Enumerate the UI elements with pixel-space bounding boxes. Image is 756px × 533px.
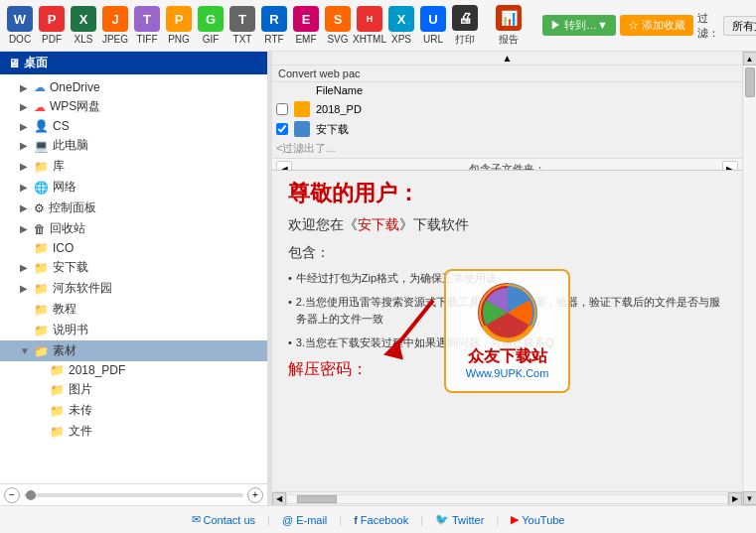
computer-icon: 💻 (34, 139, 49, 153)
sidebar-item-wps[interactable]: ▶ ☁ WPS网盘 (0, 96, 267, 117)
toolbar-icon-doc[interactable]: W DOC (6, 6, 34, 45)
zoom-out-button[interactable]: − (4, 487, 20, 503)
sidebar-header-label: 桌面 (24, 55, 48, 71)
subtitle-link[interactable]: 安下载 (358, 216, 399, 232)
doc-icon-img: W (7, 6, 33, 32)
zoom-in-button[interactable]: + (247, 487, 263, 503)
sidebar-item-label: ICO (53, 241, 74, 255)
scroll-up-button[interactable]: ▲ (503, 52, 513, 65)
zhuandao-button[interactable]: ▶ 转到…▼ (542, 15, 616, 36)
expand-icon: ▶ (20, 82, 30, 93)
filter-tag: <过滤出了... (272, 139, 742, 158)
svg-icon-img: S (325, 6, 351, 32)
sidebar-item-images[interactable]: 📁 图片 (0, 379, 267, 400)
status-sep4: | (496, 514, 499, 526)
subtitle-suffix: 》下载软件 (399, 216, 469, 232)
file-row-0[interactable]: 2018_PD (272, 99, 742, 119)
preview-inner: 尊敬的用户： 欢迎您在《安下载》下载软件 包含： 牛经过打包为Zip格式，为确保… (272, 171, 742, 491)
xhtml-icon-img: H (357, 6, 382, 32)
emf-icon-img: E (293, 6, 319, 32)
toolbar-icon-jpeg[interactable]: J JPEG (101, 6, 129, 45)
desktop-icon: 🖥 (8, 57, 20, 70)
folder-icon: 📁 (34, 344, 49, 358)
toolbar-icon-emf[interactable]: E EMF (292, 6, 320, 45)
toolbar-icon-print[interactable]: 🖨 打印 (451, 5, 479, 47)
expand-icon: ▶ (20, 223, 30, 234)
email-label: E-mail (296, 514, 327, 526)
toolbar-icon-pdf[interactable]: P PDF (38, 6, 66, 45)
hscroll-right-button[interactable]: ▶ (728, 492, 742, 506)
toolbar-icon-tiff[interactable]: T TIFF (133, 6, 161, 45)
email-link[interactable]: @ E-mail (282, 514, 327, 526)
sidebar-item-recycle[interactable]: ▶ 🗑 回收站 (0, 218, 267, 239)
sidebar-item-label: 未传 (69, 402, 92, 419)
file-row-1[interactable]: 安下载 (272, 119, 742, 139)
sidebar-item-label: 说明书 (53, 322, 88, 338)
twitter-link[interactable]: 🐦 Twitter (435, 513, 484, 526)
facebook-link[interactable]: f Facebook (354, 514, 408, 526)
list-item-2: 3.当您在下载安装过程中如果遇到问题，可通过联系Q (288, 334, 726, 352)
email-icon: @ (282, 514, 293, 526)
folder-icon: 📁 (34, 303, 49, 317)
file-column-header: FileName (272, 82, 742, 99)
toolbar-icon-xls[interactable]: X XLS (70, 6, 97, 45)
left-panel: 🖥 桌面 ▶ ☁ OneDrive ▶ ☁ WPS网盘 ▶ 👤 CS (0, 52, 268, 505)
expand-icon: ▶ (20, 182, 30, 193)
filter-select[interactable]: 所有支 (723, 16, 756, 36)
toolbar-icon-svg[interactable]: S SVG (324, 6, 352, 45)
toolbar-icon-gif[interactable]: G GIF (197, 6, 225, 45)
toolbar-icon-txt[interactable]: T TXT (228, 6, 256, 45)
toolbar-icon-xps[interactable]: X XPS (387, 6, 415, 45)
includes-section-title: 包含： (288, 244, 726, 262)
status-sep3: | (420, 514, 423, 526)
toolbar-icon-url[interactable]: U URL (419, 6, 447, 45)
sidebar-item-controlpanel[interactable]: ▶ ⚙ 控制面板 (0, 198, 267, 218)
hscroll-left-button[interactable]: ◀ (272, 492, 286, 506)
toolbar-icon-xhtml[interactable]: H XHTML (356, 6, 383, 45)
sidebar-item-hedong[interactable]: ▶ 📁 河东软件园 (0, 278, 267, 299)
sidebar-item-2018pdf[interactable]: 📁 2018_PDF (0, 361, 267, 379)
toolbar-icon-report[interactable]: 📊 报告 (495, 5, 523, 47)
sidebar-item-cs[interactable]: ▶ 👤 CS (0, 117, 267, 135)
sidebar-item-label: 网络 (53, 179, 76, 196)
sidebar-item-manual[interactable]: 📁 说明书 (0, 320, 267, 340)
hscroll-track[interactable] (286, 494, 728, 504)
sidebar-item-computer[interactable]: ▶ 💻 此电脑 (0, 135, 267, 156)
contact-icon: ✉ (192, 513, 201, 526)
list-item-text-1: 2.当您使用迅雷等搜索资源式下载工具下载本站资源，验器，验证下载后的文件是否与服… (296, 294, 726, 329)
sidebar-item-onedrive[interactable]: ▶ ☁ OneDrive (0, 78, 267, 96)
status-bar: ✉ Contact us | @ E-mail | f Facebook | 🐦… (0, 505, 756, 533)
list-item-text-2: 3.当您在下载安装过程中如果遇到问题，可通过联系Q (296, 334, 554, 352)
toolbar-icon-png[interactable]: P PNG (165, 6, 193, 45)
zoom-slider[interactable] (24, 493, 243, 497)
nav-left-button[interactable]: ◀ (276, 161, 292, 171)
sidebar-item-label: CS (53, 119, 70, 133)
youtube-link[interactable]: ▶ YouTube (511, 513, 564, 526)
sidebar-item-label: 2018_PDF (69, 363, 125, 377)
sidebar-item-label: 安下载 (53, 259, 88, 276)
folder-icon: 📁 (50, 404, 65, 418)
facebook-icon: f (354, 514, 358, 526)
vscroll-track[interactable] (744, 66, 756, 491)
toolbar-icon-rtf[interactable]: R RTF (260, 6, 288, 45)
sidebar-item-tutorial[interactable]: 📁 教程 (0, 299, 267, 320)
vscroll-down-button[interactable]: ▼ (743, 491, 757, 505)
emf-label: EMF (295, 34, 316, 45)
sidebar-item-sucai[interactable]: ▼ 📁 素材 (0, 340, 267, 361)
youtube-label: YouTube (522, 514, 564, 526)
vscroll-up-button[interactable]: ▲ (743, 52, 757, 66)
contact-us-link[interactable]: ✉ Contact us (192, 513, 256, 526)
youtube-icon: ▶ (511, 513, 519, 526)
sidebar-item-weichuan[interactable]: 📁 未传 (0, 400, 267, 421)
sidebar-item-network[interactable]: ▶ 🌐 网络 (0, 177, 267, 198)
zoom-thumb (26, 490, 36, 500)
sidebar-item-library[interactable]: ▶ 📁 库 (0, 156, 267, 177)
sidebar-item-files[interactable]: 📁 文件 (0, 421, 267, 442)
sidebar-item-ico[interactable]: 📁 ICO (0, 239, 267, 257)
file-checkbox-1[interactable] (276, 123, 288, 135)
nav-right-button[interactable]: ▶ (722, 161, 738, 171)
xls-label: XLS (75, 34, 93, 45)
sidebar-item-anzaixia[interactable]: ▶ 📁 安下载 (0, 257, 267, 278)
add-favorites-button[interactable]: ☆ 添加收藏 (620, 15, 693, 36)
file-checkbox-0[interactable] (276, 103, 288, 115)
